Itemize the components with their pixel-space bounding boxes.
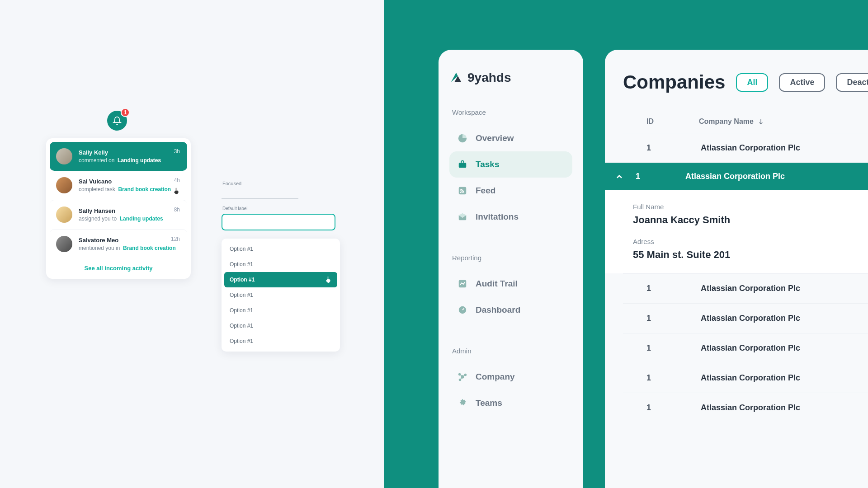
table-row[interactable]: 1 Atlassian Corporation Plc (623, 133, 868, 163)
notification-user: Sally Kelly (79, 149, 181, 156)
table-row[interactable]: 1 Atlassian Corporation Plc (623, 333, 868, 363)
dropdown-option[interactable]: Option #1 (224, 333, 337, 349)
notification-item[interactable]: Sally Kelly commented on Landing updates… (50, 142, 187, 171)
chart-icon (458, 279, 467, 289)
detail-label: Full Name (633, 203, 868, 211)
cell-company-name: Atlassian Corporation Plc (701, 343, 800, 353)
sidebar-item-label: Dashboard (476, 305, 520, 315)
brand: 9yahds (449, 70, 572, 85)
dropdown-option[interactable]: Option #1 (224, 318, 337, 333)
detail-value: Joanna Kaccy Smith (633, 214, 868, 226)
table-row-expanded[interactable]: 1 Atlassian Corporation Plc (605, 163, 868, 190)
sidebar-item-audit-trail[interactable]: Audit Trail (449, 271, 572, 297)
focused-input[interactable] (222, 186, 298, 199)
filter-deactivated[interactable]: Deactivated (836, 73, 868, 92)
sidebar-item-label: Overview (476, 133, 514, 143)
table-row[interactable]: 1 Atlassian Corporation Plc (623, 303, 868, 333)
sidebar-item-label: Audit Trail (476, 279, 518, 289)
cell-company-name: Atlassian Corporation Plc (701, 373, 800, 383)
notification-target-link[interactable]: Brand book creation (118, 186, 171, 192)
app-sidebar: 9yahds Workspace Overview Tasks Feed Inv… (439, 50, 583, 488)
bell-icon (113, 116, 122, 125)
sidebar-item-feed[interactable]: Feed (449, 178, 572, 204)
notifications-panel: Sally Kelly commented on Landing updates… (46, 138, 191, 279)
default-input[interactable] (222, 214, 335, 230)
companies-table: ID Company Name 1 Atlassian Corporation … (623, 117, 868, 422)
notification-target-link[interactable]: Landing updates (120, 216, 163, 222)
notification-item[interactable]: Sal Vulcano completed task Brand book cr… (50, 171, 187, 200)
sidebar-item-dashboard[interactable]: Dashboard (449, 297, 572, 323)
cursor-icon (325, 276, 333, 284)
field-label: Default label (222, 206, 335, 211)
notification-item[interactable]: Sally Hansen assigned you to Landing upd… (50, 200, 187, 229)
table-row[interactable]: 1 Atlassian Corporation Plc (623, 273, 868, 303)
svg-point-2 (460, 192, 462, 193)
sidebar-item-tasks[interactable]: Tasks (449, 151, 572, 178)
notification-time: 4h (174, 177, 180, 183)
notification-user: Salvatore Meo (79, 237, 181, 244)
sidebar-item-invitations[interactable]: Invitations (449, 204, 572, 230)
cell-id: 1 (646, 284, 656, 293)
cell-id: 1 (646, 143, 656, 153)
avatar (56, 206, 72, 223)
notification-time: 3h (174, 148, 180, 155)
notification-target-link[interactable]: Brand book creation (123, 245, 176, 251)
svg-point-8 (459, 379, 461, 381)
table-row[interactable]: 1 Atlassian Corporation Plc (623, 363, 868, 393)
dropdown-option[interactable]: Option #1 (224, 287, 337, 303)
sidebar-item-teams[interactable]: Teams (449, 390, 572, 416)
brand-name: 9yahds (467, 70, 511, 85)
rss-icon (458, 186, 467, 196)
sidebar-section-label: Workspace (452, 108, 570, 116)
row-details: Full Name Joanna Kaccy Smith Adress 55 M… (605, 190, 868, 273)
cell-id: 1 (646, 343, 656, 353)
see-all-link[interactable]: See all incoming activity (50, 258, 187, 275)
companies-page: Companies All Active Deactivated ID Comp… (605, 50, 868, 488)
avatar (56, 148, 72, 164)
cursor-icon (173, 187, 181, 195)
cell-company-name: Atlassian Corporation Plc (701, 284, 800, 293)
settings-icon (458, 398, 467, 408)
chevron-up-icon (615, 172, 624, 181)
notifications-bell[interactable]: 1 (107, 111, 127, 131)
table-row[interactable]: 1 Atlassian Corporation Plc (623, 393, 868, 422)
cell-id: 1 (636, 172, 640, 181)
detail-label: Adress (633, 238, 868, 245)
network-icon (458, 372, 467, 382)
notification-text: mentioned you in Brand book creation (79, 245, 181, 251)
notification-item[interactable]: Salvatore Meo mentioned you in Brand boo… (50, 229, 187, 258)
cell-company-name: Atlassian Corporation Plc (701, 403, 800, 413)
dropdown-option[interactable]: Option #1 (224, 241, 337, 257)
cell-id: 1 (646, 314, 656, 323)
gauge-icon (458, 305, 467, 315)
dropdown-option[interactable]: Option #1 (224, 272, 337, 287)
sidebar-item-company[interactable]: Company (449, 364, 572, 390)
dropdown-option[interactable]: Option #1 (224, 303, 337, 318)
divider (452, 242, 570, 242)
sidebar-item-label: Feed (476, 186, 495, 196)
svg-point-6 (459, 374, 461, 375)
dropdown-option[interactable]: Option #1 (224, 257, 337, 272)
column-id[interactable]: ID (646, 117, 654, 126)
filter-all[interactable]: All (736, 73, 768, 92)
sidebar-section-label: Reporting (452, 254, 570, 262)
filter-active[interactable]: Active (779, 73, 825, 92)
cell-id: 1 (646, 373, 656, 383)
notification-text: completed task Brand book creation (79, 186, 181, 192)
sort-desc-icon (757, 118, 764, 125)
notification-text: commented on Landing updates (79, 157, 181, 164)
divider (452, 335, 570, 335)
notification-user: Sal Vulcano (79, 178, 181, 185)
components-canvas: 1 Sally Kelly commented on Landing updat… (0, 0, 384, 488)
notification-time: 12h (171, 236, 180, 242)
sidebar-section-label: Admin (452, 347, 570, 355)
cell-company-name: Atlassian Corporation Plc (701, 314, 800, 323)
notification-badge: 1 (121, 108, 130, 117)
cell-company-name: Atlassian Corporation Plc (685, 172, 785, 181)
sidebar-item-overview[interactable]: Overview (449, 125, 572, 151)
briefcase-icon (458, 160, 467, 169)
notification-user: Sally Hansen (79, 207, 181, 214)
notification-target-link[interactable]: Landing updates (118, 157, 161, 164)
column-company-name[interactable]: Company Name (699, 117, 764, 126)
sidebar-item-label: Tasks (476, 160, 499, 169)
